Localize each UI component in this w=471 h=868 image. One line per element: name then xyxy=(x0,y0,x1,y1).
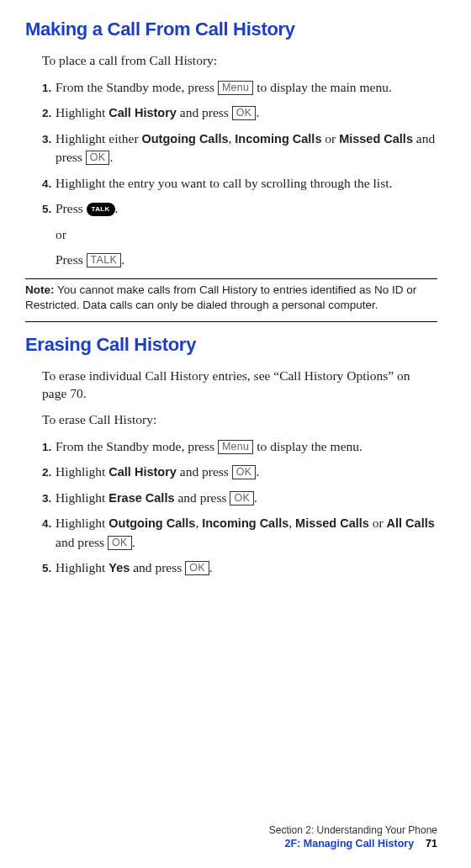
step-item: 5. Highlight Yes and press OK. xyxy=(42,558,437,577)
footer-section-label: Section 2: Understanding Your Phone xyxy=(269,823,437,837)
divider xyxy=(25,321,437,322)
note-block: Note: You cannot make calls from Call Hi… xyxy=(25,283,437,313)
step-text: . xyxy=(209,560,213,574)
step-item: 1. From the Standby mode, press Menu to … xyxy=(42,437,437,456)
bold-term: Call History xyxy=(108,465,177,479)
step-text: From the Standby mode, press xyxy=(56,439,218,453)
step-text: Highlight xyxy=(56,464,108,479)
bold-term: Erase Calls xyxy=(108,491,174,505)
step-list: 1. From the Standby mode, press Menu to … xyxy=(42,437,437,578)
step-text: Press xyxy=(56,252,87,267)
step-text: Press xyxy=(56,201,87,215)
step-text: to display the main menu. xyxy=(253,80,391,94)
step-text: Highlight the entry you want to call by … xyxy=(56,176,392,190)
step-number: 4. xyxy=(42,176,51,193)
intro-text: To place a call from Call History: xyxy=(42,52,437,70)
bold-term: Incoming Calls xyxy=(202,516,288,530)
step-number: 3. xyxy=(42,131,51,148)
talk-button-icon: TALK xyxy=(87,253,122,267)
step-text: . xyxy=(115,201,119,215)
bold-term: Missed Calls xyxy=(295,516,369,530)
step-item: 2. Highlight Call History and press OK. xyxy=(42,463,437,481)
ok-button-icon: OK xyxy=(108,536,132,550)
step-text: . xyxy=(109,150,113,164)
step-text: Highlight xyxy=(56,560,108,574)
step-item: 3. Highlight either Outgoing Calls, Inco… xyxy=(42,130,437,167)
note-label: Note: xyxy=(25,283,55,296)
step-text: . xyxy=(256,464,259,479)
step-text: . xyxy=(132,535,135,549)
step-text: and press xyxy=(56,535,108,549)
divider xyxy=(25,278,437,279)
section-heading: Erasing Call History xyxy=(25,334,437,356)
note-text: You cannot make calls from Call History … xyxy=(25,283,416,311)
sub-step-text: or xyxy=(56,225,437,244)
step-list: 1. From the Standby mode, press Menu to … xyxy=(42,78,437,219)
step-text: . xyxy=(256,105,259,119)
step-item: 2. Highlight Call History and press OK. xyxy=(42,103,437,122)
step-text: and press xyxy=(175,490,230,505)
bold-term: Incoming Calls xyxy=(235,132,321,146)
menu-button-icon: Menu xyxy=(218,81,253,95)
step-text: or xyxy=(321,131,339,146)
ok-button-icon: OK xyxy=(185,561,209,575)
menu-button-icon: Menu xyxy=(218,440,253,454)
intro-text: To erase individual Call History entries… xyxy=(42,368,437,403)
bold-term: Missed Calls xyxy=(339,132,413,146)
bold-term: Outgoing Calls xyxy=(141,132,228,146)
step-text: , xyxy=(288,516,295,530)
step-number: 2. xyxy=(42,105,51,122)
step-item: 5. Press TALK. xyxy=(42,199,437,218)
page-footer: Section 2: Understanding Your Phone 2F: … xyxy=(269,823,437,851)
step-number: 1. xyxy=(42,439,51,456)
step-text: and press xyxy=(177,464,232,479)
page-number: 71 xyxy=(426,838,437,849)
step-number: 3. xyxy=(42,490,51,507)
intro-text: To erase Call History: xyxy=(42,411,437,429)
ok-button-icon: OK xyxy=(232,465,257,479)
bold-term: All Calls xyxy=(387,516,435,530)
talk-key-icon: TALK xyxy=(87,203,115,216)
footer-subsection-label: 2F: Managing Call History xyxy=(285,838,415,849)
step-text: and press xyxy=(177,105,232,119)
step-text: Highlight xyxy=(56,105,108,119)
sub-step-text: Press TALK. xyxy=(56,251,437,269)
step-number: 5. xyxy=(42,560,51,577)
step-number: 5. xyxy=(42,201,51,218)
step-text: . xyxy=(254,490,257,505)
step-text: to display the menu. xyxy=(253,439,363,453)
bold-term: Outgoing Calls xyxy=(108,516,195,530)
bold-term: Yes xyxy=(108,561,130,574)
step-item: 3. Highlight Erase Calls and press OK. xyxy=(42,489,437,507)
bold-term: Call History xyxy=(108,106,177,119)
step-number: 2. xyxy=(42,464,51,481)
step-text: , xyxy=(195,516,202,530)
step-text: Highlight xyxy=(56,516,108,530)
step-text: Highlight either xyxy=(56,131,141,146)
ok-button-icon: OK xyxy=(86,151,110,165)
step-number: 1. xyxy=(42,80,51,97)
step-text: Highlight xyxy=(56,490,108,505)
ok-button-icon: OK xyxy=(230,491,254,505)
step-item: 4. Highlight Outgoing Calls, Incoming Ca… xyxy=(42,514,437,552)
ok-button-icon: OK xyxy=(232,106,257,120)
step-text: or xyxy=(369,516,387,530)
step-item: 1. From the Standby mode, press Menu to … xyxy=(42,78,437,97)
step-text: and press xyxy=(130,560,185,574)
section-heading: Making a Call From Call History xyxy=(25,19,437,40)
step-number: 4. xyxy=(42,516,51,532)
step-text: . xyxy=(121,252,124,267)
step-text: From the Standby mode, press xyxy=(56,80,218,94)
step-item: 4. Highlight the entry you want to call … xyxy=(42,174,437,193)
